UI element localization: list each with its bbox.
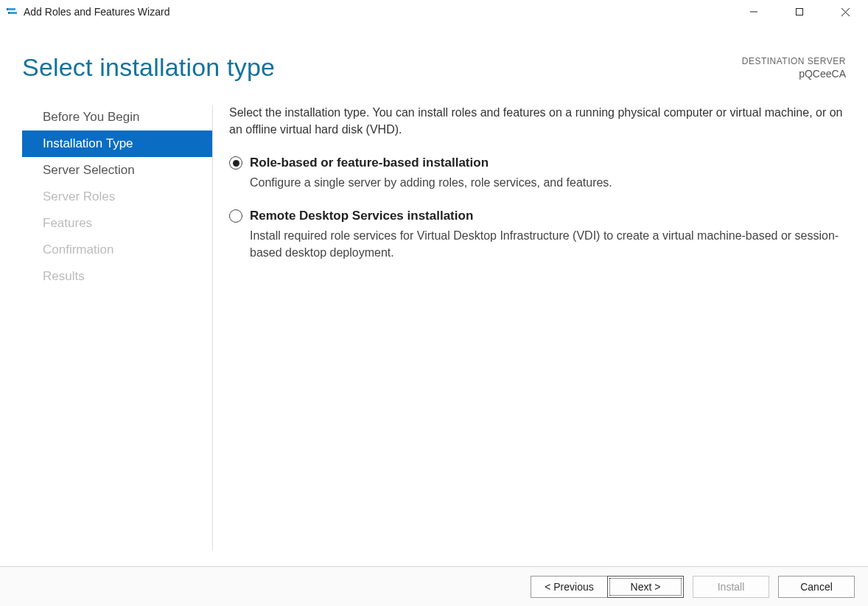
intro-text: Select the installation type. You can in… (229, 104, 846, 138)
next-button[interactable]: Next > (607, 576, 684, 598)
close-button[interactable] (822, 0, 868, 24)
content-pane: Select the installation type. You can in… (229, 97, 846, 557)
radio-role-based[interactable] (229, 156, 242, 170)
nav-server-roles: Server Roles (22, 184, 212, 210)
page-title: Select installation type (22, 53, 742, 82)
nav-features: Features (22, 210, 212, 237)
option-title: Remote Desktop Services installation (250, 207, 846, 226)
cancel-button[interactable]: Cancel (778, 576, 855, 598)
svg-rect-5 (797, 9, 803, 15)
window-controls (731, 0, 868, 24)
option-body: Role-based or feature-based installation… (250, 154, 846, 191)
footer: < Previous Next > Install Cancel (0, 566, 868, 606)
nav-server-selection[interactable]: Server Selection (22, 157, 212, 184)
nav-button-group: < Previous Next > (531, 576, 684, 598)
destination-server-box: DESTINATION SERVER pQCeeCA (742, 53, 846, 80)
option-role-based[interactable]: Role-based or feature-based installation… (229, 154, 846, 191)
maximize-button[interactable] (777, 0, 822, 24)
previous-button[interactable]: < Previous (531, 576, 607, 598)
header: Select installation type DESTINATION SER… (0, 24, 868, 89)
vertical-divider (212, 105, 213, 551)
nav-installation-type[interactable]: Installation Type (22, 130, 212, 157)
titlebar: Add Roles and Features Wizard (0, 0, 868, 24)
sidebar: Before You Begin Installation Type Serve… (22, 97, 212, 557)
window-title: Add Roles and Features Wizard (24, 6, 169, 18)
server-manager-icon (6, 6, 18, 18)
radio-remote-desktop[interactable] (229, 209, 242, 223)
option-desc: Configure a single server by adding role… (250, 174, 846, 191)
minimize-button[interactable] (731, 0, 777, 24)
body: Before You Begin Installation Type Serve… (0, 97, 868, 557)
install-button: Install (693, 576, 769, 598)
option-remote-desktop[interactable]: Remote Desktop Services installation Ins… (229, 207, 846, 261)
destination-name: pQCeeCA (742, 68, 846, 80)
option-body: Remote Desktop Services installation Ins… (250, 207, 846, 261)
destination-label: DESTINATION SERVER (742, 56, 846, 66)
nav-before-you-begin[interactable]: Before You Begin (22, 104, 212, 130)
option-title: Role-based or feature-based installation (250, 154, 846, 173)
svg-rect-3 (8, 12, 10, 14)
nav-results: Results (22, 263, 212, 290)
svg-rect-2 (7, 8, 8, 10)
option-desc: Install required role services for Virtu… (250, 227, 846, 261)
nav-confirmation: Confirmation (22, 237, 212, 263)
